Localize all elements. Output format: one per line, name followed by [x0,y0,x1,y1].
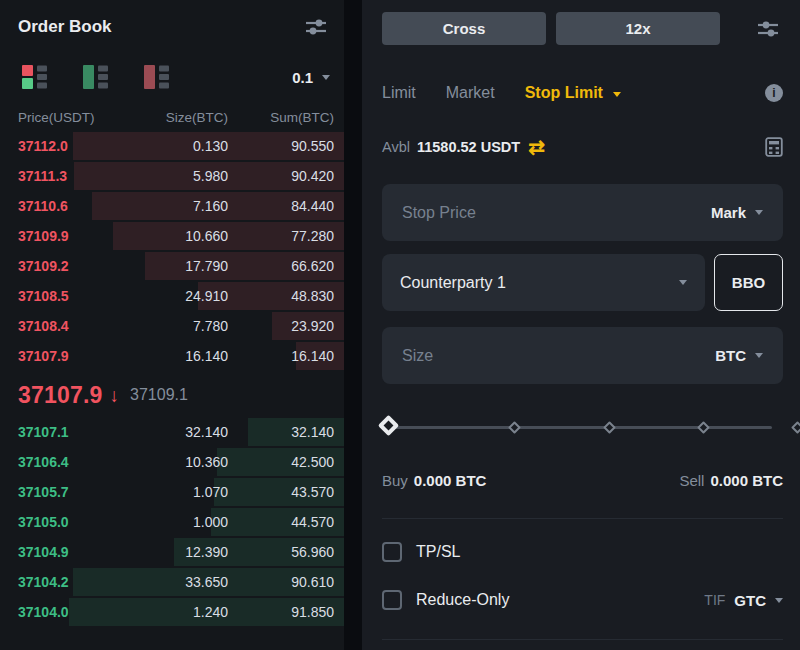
slider-step-25[interactable] [508,421,521,434]
ask-row-1[interactable]: 37111.35.98090.420 [0,161,344,191]
order-book-controls: 0.1 [0,38,344,90]
sell-value: 0.000 BTC [710,472,783,489]
ask-row-7[interactable]: 37107.916.14016.140 [0,341,344,371]
ask-price: 37111.3 [18,168,118,184]
ask-price: 37108.5 [18,288,118,304]
ask-size: 0.130 [118,138,228,154]
ask-price: 37109.2 [18,258,118,274]
ask-row-2[interactable]: 37110.67.16084.440 [0,191,344,221]
calculator-icon[interactable] [765,137,783,157]
bid-row-1[interactable]: 37106.410.36042.500 [0,447,344,477]
ask-price: 37108.4 [18,318,118,334]
divider [382,639,783,640]
ask-size: 7.160 [118,198,228,214]
margin-mode-button[interactable]: Cross [382,12,546,45]
bid-price: 37105.7 [18,484,118,500]
buy-sell-summary: Buy 0.000 BTC Sell 0.000 BTC [382,472,783,489]
ask-row-5[interactable]: 37108.524.91048.830 [0,281,344,311]
size-field[interactable]: Size BTC [382,327,783,384]
counterparty-dropdown[interactable]: Counterparty 1 [382,254,705,311]
bid-sum: 32.140 [228,424,334,440]
buy-value: 0.000 BTC [414,472,487,489]
ask-sum: 48.830 [228,288,334,304]
bid-price: 37104.0 [18,604,118,620]
bid-sum: 44.570 [228,514,334,530]
size-placeholder: Size [402,347,433,365]
slider-step-75[interactable] [697,421,710,434]
ask-sum: 16.140 [228,348,334,364]
bid-price: 37105.0 [18,514,118,530]
swap-asset-icon[interactable]: ⇄ [528,137,545,157]
ask-row-6[interactable]: 37108.47.78023.920 [0,311,344,341]
slider-step-100[interactable] [791,421,800,434]
chevron-down-icon [755,210,763,215]
last-price-row[interactable]: 37107.9 ↓ 37109.1 [0,375,344,415]
avbl-value: 11580.52 USDT [417,139,520,155]
bid-price: 37107.1 [18,424,118,440]
info-icon[interactable]: i [765,84,783,102]
book-view-asks-icon[interactable] [144,64,170,90]
precision-value: 0.1 [292,69,313,86]
book-view-combined-icon[interactable] [22,64,48,90]
order-book-title: Order Book [18,17,112,37]
bbo-button[interactable]: BBO [714,254,783,311]
bid-size: 1.000 [118,514,228,530]
order-book-settings-icon[interactable] [304,16,328,38]
bid-size: 1.240 [118,604,228,620]
mark-price: 37109.1 [130,386,188,404]
bid-size: 32.140 [118,424,228,440]
bid-sum: 90.610 [228,574,334,590]
margin-leverage-row: Cross 12x [382,12,783,45]
tab-stop-limit[interactable]: Stop Limit [525,84,603,102]
ask-row-4[interactable]: 37109.217.79066.620 [0,251,344,281]
slider-step-50[interactable] [603,421,616,434]
chevron-down-icon[interactable] [613,92,621,97]
reduce-only-label: Reduce-Only [416,591,509,609]
col-price: Price(USDT) [18,110,118,125]
ask-size: 17.790 [118,258,228,274]
slider-track[interactable] [392,426,772,429]
ask-price: 37110.6 [18,198,118,214]
trigger-type-dropdown[interactable]: Mark [711,204,763,221]
book-view-bids-icon[interactable] [83,64,109,90]
ask-price: 37107.9 [18,348,118,364]
tif-value: GTC [734,592,766,609]
ask-size: 16.140 [118,348,228,364]
bid-price: 37106.4 [18,454,118,470]
bid-row-0[interactable]: 37107.132.14032.140 [0,417,344,447]
precision-dropdown[interactable]: 0.1 [292,69,330,86]
tab-limit[interactable]: Limit [382,84,416,102]
tab-market[interactable]: Market [446,84,495,102]
ask-row-0[interactable]: 37112.00.13090.550 [0,131,344,161]
bid-row-6[interactable]: 37104.01.24091.850 [0,597,344,627]
bid-size: 1.070 [118,484,228,500]
chevron-down-icon [755,353,763,358]
tpsl-checkbox[interactable] [382,542,402,562]
ask-price: 37112.0 [18,138,118,154]
available-balance-row: Avbl 11580.52 USDT ⇄ [382,137,783,157]
bid-row-3[interactable]: 37105.01.00044.570 [0,507,344,537]
bid-row-4[interactable]: 37104.912.39056.960 [0,537,344,567]
col-size: Size(BTC) [118,110,228,125]
slider-handle[interactable] [378,415,399,436]
col-sum: Sum(BTC) [228,110,334,125]
last-price: 37107.9 [18,382,103,409]
order-book-header: Order Book [0,0,344,38]
stop-price-field[interactable]: Stop Price Mark [382,184,783,241]
trigger-type-value: Mark [711,204,746,221]
panel-settings-icon[interactable] [756,18,780,40]
ask-size: 24.910 [118,288,228,304]
leverage-button[interactable]: 12x [556,12,720,45]
bid-row-2[interactable]: 37105.71.07043.570 [0,477,344,507]
bid-size: 10.360 [118,454,228,470]
ask-sum: 90.550 [228,138,334,154]
chevron-down-icon [679,280,687,285]
bid-row-5[interactable]: 37104.233.65090.610 [0,567,344,597]
size-unit-dropdown[interactable]: BTC [715,347,763,364]
bids-list: 37107.132.14032.14037106.410.36042.50037… [0,417,344,627]
ask-row-3[interactable]: 37109.910.66077.280 [0,221,344,251]
reduce-only-checkbox[interactable] [382,590,402,610]
tif-dropdown[interactable]: TIF GTC [704,592,783,609]
avbl-label: Avbl [382,139,410,155]
counterparty-row: Counterparty 1 BBO [382,254,783,311]
